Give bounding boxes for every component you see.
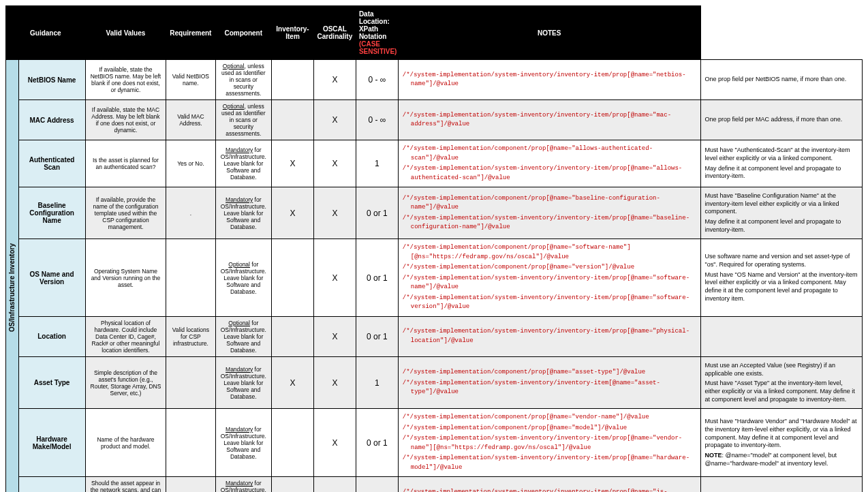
table-row: In Latest ScanShould the asset appear in… [6,477,863,492]
guidance-cell: Simple description of the asset's functi… [85,356,166,408]
requirement-cell: Optional, unless used as Identifier in s… [215,60,272,100]
xpath-cell: /*/system-implementation/component/prop[… [398,356,700,408]
requirement-cell: Mandatory for OS/Infrastructure. Leave b… [215,187,272,239]
valid-values-cell: Valid NetBIOS name. [166,60,215,100]
cardinality-cell: 1 [356,140,398,187]
requirement-cell: Mandatory for OS/Infrastructure. Leave b… [215,477,272,492]
notes-cell: Use software name and version and set as… [700,239,862,317]
component-cell [272,100,314,140]
cardinality-cell: 0 or 1 [356,316,398,356]
valid-values-cell [166,356,215,408]
guidance-cell: Is the asset is planned for an authentic… [85,140,166,187]
row-name: Hardware Make/Model [18,409,85,477]
component-cell: X [272,187,314,239]
xpath-cell: /*/system-implementation/system-inventor… [398,477,700,492]
notes-cell: Must have "Authenticated-Scan" at the in… [700,140,862,187]
notes-cell: Must use an Accepted Value (see Registry… [700,356,862,408]
inventory-item-cell: X [313,100,356,140]
col-requirement: Requirement [166,6,215,60]
requirement-cell: Optional for OS/Infrastructure. Leave bl… [215,239,272,317]
requirement-cell: Optional, unless used as Identifier in s… [215,100,272,140]
guidance-cell: If available, provide the name of the co… [85,187,166,239]
col-guidance: Guidance [6,6,86,60]
guidance-cell: Should the asset appear in the network s… [85,477,166,492]
notes-cell: Must have "Baseline Configuration Name" … [700,187,862,239]
xpath-cell: /*/system-implementation/system-inventor… [398,100,700,140]
table-row: OS Name and VersionOperating System Name… [6,239,863,317]
row-name: NetBIOS Name [18,60,85,100]
xpath-cell: /*/system-implementation/component/prop[… [398,409,700,477]
cardinality-cell: 1 [356,356,398,408]
xpath-cell: /*/system-implementation/component/prop[… [398,140,700,187]
table-row: LocationPhysical location of hardware. C… [6,316,863,356]
requirement-cell: Mandatory for OS/Infrastructure. Leave b… [215,140,272,187]
valid-values-cell [166,239,215,317]
xpath-cell: /*/system-implementation/component/prop[… [398,187,700,239]
row-name: MAC Address [18,100,85,140]
component-cell [272,409,314,477]
component-cell [272,239,314,317]
requirement-cell: Mandatory for OS/Infrastructure. Leave b… [215,409,272,477]
inventory-item-cell: X [313,409,356,477]
inventory-item-cell: X [313,356,356,408]
header-row: Guidance Valid Values Requirement Compon… [6,6,863,60]
row-name: Baseline Configuration Name [18,187,85,239]
cardinality-cell: 0 or 1 [356,409,398,477]
guidance-cell: If available, state the MAC Address. May… [85,100,166,140]
requirement-cell: Mandatory for OS/Infrastructure. Leave b… [215,356,272,408]
component-cell [272,477,314,492]
col-valid: Valid Values [85,6,166,60]
component-cell [272,316,314,356]
valid-values-cell: Yes or No. [166,140,215,187]
guidance-cell: If available, state the NetBIOS name. Ma… [85,60,166,100]
component-cell [272,60,314,100]
valid-values-cell: Yes or No. [166,477,215,492]
inventory-table: Guidance Valid Values Requirement Compon… [5,5,863,492]
inventory-item-cell: X [313,316,356,356]
cardinality-cell: 0 or 1 [356,239,398,317]
xpath-cell: /*/system-implementation/system-inventor… [398,60,700,100]
component-cell: X [272,356,314,408]
component-cell: X [272,140,314,187]
xpath-cell: /*/system-implementation/component/prop[… [398,239,700,317]
col-xpath: Data Location: XPath Notation (CASE SENS… [356,6,398,60]
cardinality-cell: 1 [356,477,398,492]
valid-values-cell: Valid locations for CSP infrastructure. [166,316,215,356]
inventory-item-cell: X [313,239,356,317]
section-tab: OS/Infrastructure Inventory [6,60,19,493]
valid-values-cell [166,409,215,477]
table-row: Baseline Configuration NameIf available,… [6,187,863,239]
notes-cell [700,316,862,356]
inventory-item-cell: X [313,477,356,492]
inventory-item-cell: X [313,140,356,187]
col-notes: NOTES [398,6,700,60]
table-row: Hardware Make/ModelName of the hardware … [6,409,863,477]
guidance-cell: Physical location of hardware. Could inc… [85,316,166,356]
inventory-item-cell: X [313,187,356,239]
notes-cell: One prop field per NetBIOS name, if more… [700,60,862,100]
row-name: In Latest Scan [18,477,85,492]
row-name: OS Name and Version [18,239,85,317]
col-inventory-item: Inventory-Item [272,6,314,60]
inventory-item-cell: X [313,60,356,100]
requirement-cell: Optional for OS/Infrastructure. Leave bl… [215,316,272,356]
table-row: Asset TypeSimple description of the asse… [6,356,863,408]
col-cardinality: OSCAL Cardinality [313,6,356,60]
xpath-cell: /*/system-implementation/system-inventor… [398,316,700,356]
cardinality-cell: 0 - ∞ [356,100,398,140]
row-name: Authenticated Scan [18,140,85,187]
valid-values-cell: Valid MAC Address. [166,100,215,140]
guidance-cell: Name of the hardware product and model. [85,409,166,477]
table-row: MAC AddressIf available, state the MAC A… [6,100,863,140]
row-name: Location [18,316,85,356]
col-component: Component [215,6,272,60]
table-row: OS/Infrastructure InventoryNetBIOS NameI… [6,60,863,100]
notes-cell [700,477,862,492]
cardinality-cell: 0 - ∞ [356,60,398,100]
cardinality-cell: 0 or 1 [356,187,398,239]
notes-cell: Must have "Hardware Vendor" and "Hardwar… [700,409,862,477]
row-name: Asset Type [18,356,85,408]
notes-cell: One prop field per MAC address, if more … [700,100,862,140]
table-row: Authenticated ScanIs the asset is planne… [6,140,863,187]
valid-values-cell: . [166,187,215,239]
